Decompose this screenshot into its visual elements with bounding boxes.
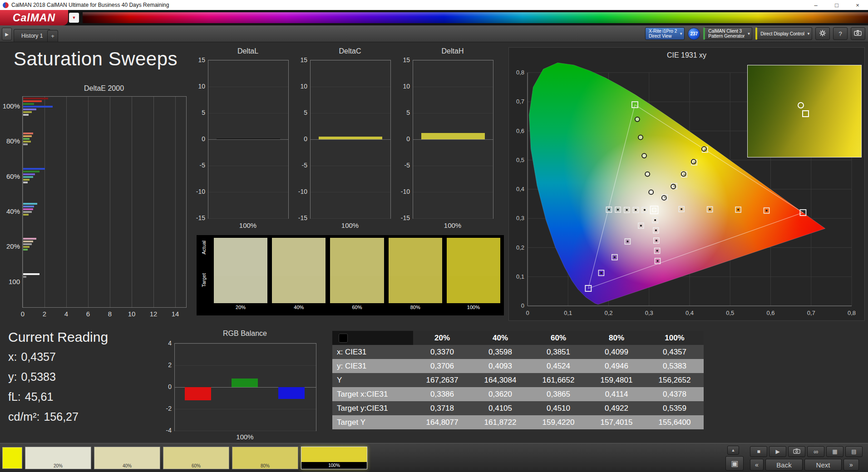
back-button[interactable]: Back — [765, 459, 803, 471]
tab-history-1[interactable]: History 1 — [14, 29, 50, 42]
gear-icon — [819, 30, 826, 38]
svg-text:0,2: 0,2 — [516, 244, 524, 251]
snapshot-button[interactable] — [788, 446, 805, 457]
gridline — [311, 166, 390, 166]
rgb-bar — [278, 387, 305, 399]
deltal-chart: DeltaL 100% 151050-5-10-15 — [190, 47, 288, 55]
skip-back-button[interactable]: « — [750, 459, 764, 471]
deltae-group-label: 40% — [0, 207, 20, 215]
swatch-label: 80% — [389, 303, 442, 313]
eject-button[interactable]: ▲ — [727, 446, 739, 455]
deltae-bar — [23, 100, 42, 102]
svg-text:0,3: 0,3 — [516, 215, 524, 221]
target-swatch — [447, 276, 500, 303]
deltae-bar — [23, 143, 28, 145]
gridline — [208, 218, 288, 219]
gridline — [208, 139, 288, 140]
continuous-measure-button[interactable]: ∞ — [807, 446, 824, 457]
table-cell: 157,4015 — [587, 415, 646, 429]
close-button[interactable]: × — [847, 0, 868, 10]
table-cell: 0,4524 — [529, 359, 587, 373]
deltae-bar — [23, 273, 39, 275]
brand-row: CalMAN ▼ — [0, 10, 868, 25]
reading-fl: fL:45,61 — [8, 390, 53, 403]
stop-button[interactable]: ■ — [750, 446, 767, 457]
pattern-level-button[interactable]: 20% — [25, 447, 91, 469]
expand-panel-button[interactable]: ▶ — [2, 28, 12, 40]
measurement-table: 20%40%60%80%100%x: CIE310,33700,35980,38… — [332, 331, 704, 429]
pattern-level-button[interactable]: 100% — [301, 447, 367, 469]
double-chevron-right-icon: » — [849, 461, 853, 468]
maximize-button[interactable]: □ — [826, 0, 847, 10]
gridline — [208, 60, 288, 61]
table-cell: 0,5383 — [646, 359, 704, 373]
pattern-level-button[interactable]: 60% — [163, 447, 229, 469]
help-button[interactable]: ? — [833, 27, 848, 40]
grid-view-button[interactable]: ▦ — [826, 446, 843, 457]
table-cell: Target y:CIE31 — [332, 401, 413, 415]
table-cell: 161,8722 — [471, 415, 529, 429]
rgb-balance-title: RGB Balance — [174, 329, 316, 338]
actual-swatch — [330, 238, 384, 276]
capture-button[interactable] — [851, 27, 865, 40]
table-header-cell: 80% — [587, 331, 646, 345]
table-cell: 0,3706 — [413, 359, 471, 373]
table-cell: 161,6652 — [529, 373, 587, 387]
skip-forward-button[interactable]: » — [843, 459, 859, 471]
list-view-button[interactable]: ▤ — [845, 446, 863, 457]
gridline — [175, 365, 316, 366]
minimize-button[interactable]: – — [805, 0, 826, 10]
gridline — [311, 87, 390, 87]
svg-text:0,1: 0,1 — [516, 273, 524, 280]
deltae-bar — [23, 108, 36, 110]
deltae-bar — [23, 203, 37, 205]
svg-text:0,7: 0,7 — [516, 98, 524, 105]
chevron-down-icon: ▼ — [807, 32, 810, 36]
axis-tick-label: -5 — [190, 162, 205, 169]
table-header-cell: 40% — [471, 331, 529, 345]
gridline — [208, 166, 288, 166]
cie-measured-marker — [702, 147, 706, 151]
deltal-xlabel: 100% — [208, 221, 288, 229]
pattern-window-button[interactable]: ▣ — [725, 456, 744, 471]
swatch-column: 80% — [389, 238, 442, 313]
svg-text:0,8: 0,8 — [516, 69, 524, 76]
gridline — [413, 192, 493, 192]
target-swatch — [214, 276, 267, 303]
toolbar: ▶ History 1 + X-Rite i1Pro 2 Direct View… — [0, 25, 868, 42]
meter-mode: Direct View — [649, 34, 677, 39]
axis-tick-label: 5 — [292, 109, 307, 116]
cie-measured-marker — [635, 117, 640, 122]
axis-tick-label: 0 — [395, 135, 410, 143]
window-title: CalMAN 2018 CalMAN Ultimate for Business… — [11, 2, 169, 8]
meter-dropdown[interactable]: X-Rite i1Pro 2 Direct View ▼ — [645, 27, 685, 40]
display-control-dropdown[interactable]: Direct Display Control ▼ — [755, 27, 812, 40]
add-tab-button[interactable]: + — [47, 30, 58, 42]
deltah-xlabel: 100% — [413, 221, 493, 229]
settings-button[interactable] — [815, 27, 830, 40]
axis-tick-label: -10 — [190, 188, 205, 195]
play-button[interactable]: ▶ — [769, 446, 786, 457]
table-cell: 159,4801 — [587, 373, 646, 387]
axis-tick-label: 0 — [292, 135, 307, 143]
next-button[interactable]: Next — [804, 459, 842, 471]
gridline — [311, 218, 390, 219]
table-corner-icon — [339, 334, 348, 343]
table-cell: 0,3851 — [529, 345, 587, 359]
pattern-generator-dropdown[interactable]: CalMAN Client 3 Pattern Generator ▼ — [703, 27, 752, 40]
app-icon — [3, 2, 9, 8]
deltae-group-label: 60% — [0, 172, 20, 180]
pattern-level-button[interactable]: 80% — [232, 447, 298, 469]
pattern-generator-mode: Pattern Generator — [708, 34, 745, 39]
deltal-plot — [208, 60, 289, 219]
play-icon: ▶ — [775, 448, 779, 455]
axis-tick-label: -15 — [292, 214, 307, 221]
calman-logo[interactable]: CalMAN — [0, 10, 68, 25]
pattern-level-button[interactable]: 40% — [94, 447, 160, 469]
rgb-bar — [232, 379, 258, 387]
logo-dropdown-icon[interactable]: ▼ — [69, 13, 79, 23]
swatch-column: 100% — [447, 238, 500, 313]
list-icon: ▤ — [851, 448, 856, 455]
gridline — [311, 139, 390, 140]
gridline — [311, 60, 390, 61]
